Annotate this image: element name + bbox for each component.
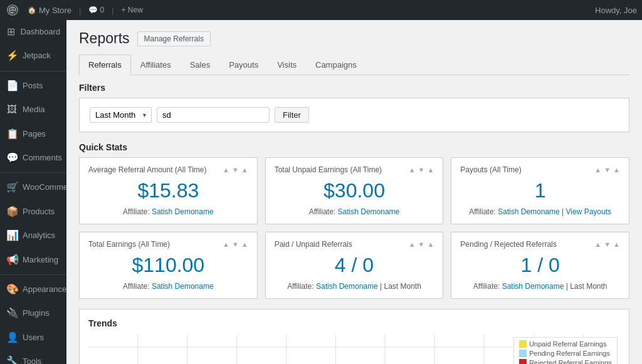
legend-label: Rejected Referral Earnings — [529, 359, 612, 364]
posts-icon: 📄 — [6, 79, 18, 93]
arrow-down-icon[interactable]: ▼ — [418, 166, 425, 174]
sidebar-item-label: Jetpack — [23, 50, 51, 61]
stat-value: 1 / 0 — [460, 254, 620, 277]
sidebar-item-marketing[interactable]: 📢 Marketing — [0, 248, 66, 272]
stat-card-controls: ▲ ▼ ▲ — [409, 241, 434, 248]
comments-icon: 💬 — [6, 151, 18, 165]
sidebar-item-label: Appearance — [23, 284, 66, 295]
comments-count[interactable]: 💬 0 — [88, 6, 104, 14]
stat-card-controls: ▲ ▼ ▲ — [594, 166, 620, 174]
jetpack-icon: ⚡ — [6, 49, 18, 63]
tab-affiliates[interactable]: Affiliates — [131, 55, 181, 75]
dashboard-icon: ⊞ — [6, 25, 15, 39]
sidebar-item-jetpack[interactable]: ⚡ Jetpack — [0, 44, 66, 68]
legend-label: Unpaid Referral Earnings — [529, 340, 607, 348]
sidebar-divider — [0, 274, 66, 275]
arrow-up-icon[interactable]: ▲ — [223, 241, 229, 248]
affiliate-link[interactable]: Satish Demoname — [502, 282, 564, 291]
stat-value: $110.00 — [88, 254, 248, 277]
sidebar-divider — [0, 71, 66, 71]
expand-icon[interactable]: ▲ — [613, 241, 620, 248]
pages-icon: 📋 — [6, 127, 18, 141]
affiliate-link[interactable]: Satish Demoname — [338, 207, 400, 216]
tab-sales[interactable]: Sales — [181, 55, 220, 75]
tools-icon: 🔧 — [6, 355, 18, 364]
site-name[interactable]: 🏠 My Store — [28, 6, 71, 15]
sidebar-item-appearance[interactable]: 🎨 Appearance — [0, 278, 66, 301]
trends-title: Trends — [88, 318, 620, 328]
tab-visits[interactable]: Visits — [268, 55, 306, 75]
arrow-down-icon[interactable]: ▼ — [232, 166, 239, 174]
expand-icon[interactable]: ▲ — [427, 241, 434, 248]
woocommerce-icon: 🛒 — [6, 180, 18, 194]
sidebar-item-label: Users — [23, 332, 44, 343]
stats-grid: Average Referral Amount (All Time) ▲ ▼ ▲… — [79, 157, 629, 299]
stat-card-header: Payouts (All Time) ▲ ▼ ▲ — [460, 165, 620, 174]
view-payouts-link[interactable]: View Payouts — [566, 207, 612, 216]
sidebar-item-analytics[interactable]: 📊 Analytics — [0, 224, 66, 247]
sidebar-item-media[interactable]: 🖼 Media — [0, 98, 66, 122]
stat-affiliate: Affiliate: Satish Demoname — [275, 207, 434, 216]
sidebar-item-woocommerce[interactable]: 🛒 WooCommerce — [0, 175, 66, 199]
tab-referrals[interactable]: Referrals — [79, 55, 131, 75]
marketing-icon: 📢 — [6, 253, 18, 267]
sidebar-item-users[interactable]: 👤 Users — [0, 326, 66, 350]
tab-campaigns[interactable]: Campaigns — [306, 55, 366, 75]
products-icon: 📦 — [6, 205, 18, 219]
stat-card-header: Pending / Rejected Referrals ▲ ▼ ▲ — [460, 240, 620, 249]
stat-card-controls: ▲ ▼ ▲ — [223, 166, 248, 174]
wp-logo[interactable] — [5, 3, 20, 18]
expand-icon[interactable]: ▲ — [613, 166, 620, 174]
chart-legend: Unpaid Referral Earnings Pending Referra… — [513, 337, 618, 364]
sidebar-item-label: Posts — [23, 80, 43, 91]
stat-affiliate: Affiliate: Satish Demoname — [88, 282, 248, 291]
users-icon: 👤 — [6, 331, 18, 345]
stat-card-controls: ▲ ▼ ▲ — [594, 241, 620, 248]
legend-dot — [519, 340, 527, 348]
expand-icon[interactable]: ▲ — [427, 166, 434, 174]
arrow-up-icon[interactable]: ▲ — [594, 166, 601, 174]
stat-value: $30.00 — [275, 179, 434, 202]
analytics-icon: 📊 — [6, 229, 18, 242]
arrow-up-icon[interactable]: ▲ — [409, 241, 416, 248]
sidebar-item-posts[interactable]: 📄 Posts — [0, 74, 66, 98]
quick-stats-section: Quick Stats Average Referral Amount (All… — [79, 142, 629, 299]
sidebar-divider — [0, 172, 66, 173]
new-button[interactable]: + New — [121, 6, 142, 14]
affiliate-link[interactable]: Satish Demoname — [152, 282, 214, 291]
sidebar-item-label: Products — [23, 206, 55, 217]
stat-card-title: Total Earnings (All Time) — [88, 240, 170, 249]
affiliate-link[interactable]: Satish Demoname — [498, 207, 560, 216]
arrow-up-icon[interactable]: ▲ — [594, 241, 601, 248]
page-title: Reports — [79, 30, 130, 47]
affiliate-link[interactable]: Satish Demoname — [316, 282, 378, 291]
arrow-up-icon[interactable]: ▲ — [409, 166, 416, 174]
arrow-down-icon[interactable]: ▼ — [604, 166, 611, 174]
stat-card-header: Total Earnings (All Time) ▲ ▼ ▲ — [88, 240, 248, 249]
affiliate-link[interactable]: Satish Demoname — [152, 207, 214, 216]
legend-dot — [519, 359, 527, 364]
expand-icon[interactable]: ▲ — [241, 166, 248, 174]
sidebar-item-label: Pages — [23, 128, 46, 140]
sidebar-item-pages[interactable]: 📋 Pages — [0, 122, 66, 146]
sidebar-item-comments[interactable]: 💬 Comments — [0, 146, 66, 170]
arrow-down-icon[interactable]: ▼ — [418, 241, 425, 248]
sidebar-item-plugins[interactable]: 🔌 Plugins — [0, 301, 66, 325]
sidebar-item-label: Marketing — [23, 254, 58, 266]
arrow-down-icon[interactable]: ▼ — [604, 241, 611, 248]
sidebar-item-label: Dashboard — [20, 26, 60, 38]
media-icon: 🖼 — [6, 103, 18, 117]
sidebar-item-tools[interactable]: 🔧 Tools — [0, 350, 66, 364]
manage-referrals-button[interactable]: Manage Referrals — [137, 31, 211, 46]
arrow-down-icon[interactable]: ▼ — [232, 241, 239, 248]
sidebar-item-dashboard[interactable]: ⊞ Dashboard — [0, 20, 66, 44]
filter-period-select[interactable]: Last Month This Month Last Year All Time — [90, 107, 152, 123]
tab-payouts[interactable]: Payouts — [219, 55, 268, 75]
stat-card-title: Paid / Unpaid Referrals — [275, 240, 352, 249]
sidebar-item-label: Tools — [23, 356, 41, 364]
arrow-up-icon[interactable]: ▲ — [223, 166, 229, 174]
sidebar-item-products[interactable]: 📦 Products — [0, 200, 66, 224]
expand-icon[interactable]: ▲ — [241, 241, 248, 248]
filter-button[interactable]: Filter — [275, 107, 309, 123]
filter-search-input[interactable] — [157, 107, 270, 123]
